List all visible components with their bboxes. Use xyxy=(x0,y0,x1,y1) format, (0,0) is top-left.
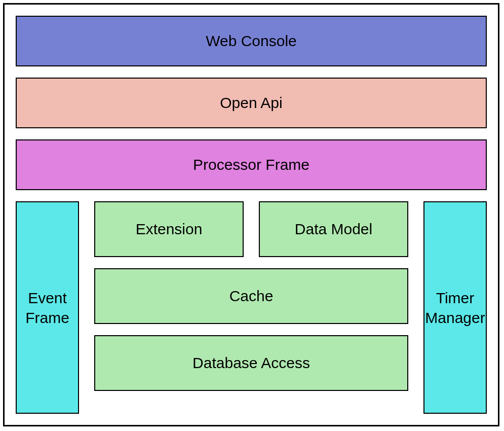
event-frame-label: Event Frame xyxy=(22,288,73,328)
database-access-box: Database Access xyxy=(94,335,408,391)
middle-column: Extension Data Model Cache Database Acce… xyxy=(94,201,408,414)
web-console-layer: Web Console xyxy=(16,16,487,66)
event-frame-box: Event Frame xyxy=(16,201,79,414)
timer-manager-box: Timer Manager xyxy=(423,201,487,414)
bottom-section: Event Frame Extension Data Model Cache D… xyxy=(16,201,487,414)
processor-frame-label: Processor Frame xyxy=(193,156,309,173)
processor-frame-layer: Processor Frame xyxy=(16,139,487,190)
timer-manager-label: Timer Manager xyxy=(425,288,485,328)
data-model-box: Data Model xyxy=(259,201,408,257)
extension-box: Extension xyxy=(94,201,244,257)
database-access-label: Database Access xyxy=(192,354,310,372)
open-api-layer: Open Api xyxy=(16,78,487,128)
cache-label: Cache xyxy=(229,288,274,305)
middle-top-row: Extension Data Model xyxy=(94,201,408,257)
data-model-label: Data Model xyxy=(295,221,372,238)
open-api-label: Open Api xyxy=(220,94,282,112)
web-console-label: Web Console xyxy=(206,32,297,50)
architecture-diagram: Web Console Open Api Processor Frame Eve… xyxy=(3,3,499,426)
cache-box: Cache xyxy=(94,268,408,324)
extension-label: Extension xyxy=(136,221,203,238)
